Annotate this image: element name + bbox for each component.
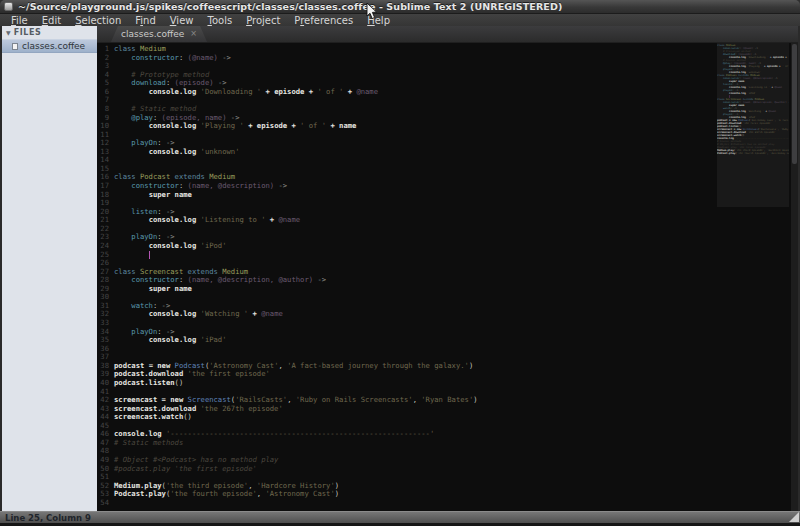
tab-classes-coffee[interactable]: classes.coffee × [111, 26, 207, 42]
code-line[interactable]: 44screencast.watch() [97, 413, 478, 422]
text-cursor [149, 251, 150, 259]
code-line[interactable]: 35 console.log 'iPad' [97, 336, 478, 345]
window-icon [4, 2, 13, 11]
tab-label: classes.coffee [121, 29, 184, 39]
sidebar-item-classes-coffee[interactable]: classes.coffee [2, 39, 97, 53]
menu-tools[interactable]: Tools [200, 15, 239, 26]
code-line[interactable]: 53Podcast.play('the fourth episode', 'As… [97, 490, 478, 499]
code-line[interactable]: 14 [97, 156, 478, 165]
tab-close-icon[interactable]: × [190, 30, 197, 38]
menu-project[interactable]: Project [239, 15, 287, 26]
sidebar-item-label: classes.coffee [22, 41, 85, 51]
code-line[interactable]: 36 [97, 345, 478, 354]
title-bar[interactable]: ~/Source/playground.js/spikes/coffeescri… [0, 0, 800, 14]
code-line[interactable]: 25 [97, 251, 478, 260]
code-editor[interactable]: 1class Medium2 constructor: (@name) ->34… [97, 43, 798, 511]
code-line[interactable]: 13 console.log 'unknown' [97, 148, 478, 157]
tab-bar: classes.coffee × [97, 26, 798, 43]
file-icon [12, 43, 18, 50]
code-line[interactable]: 21 console.log 'Listening to ' + @name [97, 216, 478, 225]
code-line[interactable]: 32 console.log 'Watching ' + @name [97, 310, 478, 319]
minimap[interactable]: class Medium constructor: (@name) -> # P… [717, 43, 789, 511]
cursor-position-status: Line 25, Column 9 [0, 513, 91, 523]
code-line[interactable]: 29 super name [97, 285, 478, 294]
vertical-scrollbar[interactable] [791, 43, 798, 511]
resize-grip[interactable] [789, 512, 799, 522]
sublime-text-window: ~/Source/playground.js/spikes/coffeescri… [0, 0, 800, 526]
main-area: ▼ FILES classes.coffee classes.coffee × … [0, 26, 800, 511]
editor-column: classes.coffee × 1class Medium2 construc… [97, 26, 798, 511]
code-line[interactable]: 18 super name [97, 191, 478, 200]
code-line[interactable]: 40podcast.listen() [97, 379, 478, 388]
sidebar: ▼ FILES classes.coffee [2, 26, 97, 511]
status-bar: Line 25, Column 9 [0, 511, 800, 523]
sidebar-files-header[interactable]: ▼ FILES [2, 26, 97, 39]
menu-bar: FileEditSelectionFindViewToolsProjectPre… [0, 14, 800, 26]
code-line[interactable]: 2 constructor: (@name) -> [97, 54, 478, 63]
code-line[interactable]: 47# Static methods [97, 439, 478, 448]
code-line[interactable]: 50#podcast.play 'the first episode' [97, 465, 478, 474]
code-line[interactable]: 54 [97, 499, 478, 508]
code-line[interactable]: 10 console.log 'Playing ' + episode + ' … [97, 122, 478, 131]
window-title: ~/Source/playground.js/spikes/coffeescri… [18, 1, 562, 12]
scrollbar-thumb[interactable] [792, 44, 797, 164]
code-line[interactable]: 24 console.log 'iPod' [97, 242, 478, 251]
menu-view[interactable]: View [163, 15, 201, 26]
menu-find[interactable]: Find [128, 15, 163, 26]
menu-preferences[interactable]: Preferences [287, 15, 360, 26]
menu-selection[interactable]: Selection [68, 15, 128, 26]
minimap-content: class Medium constructor: (@name) -> # P… [717, 44, 789, 155]
code-area[interactable]: 1class Medium2 constructor: (@name) ->34… [97, 45, 478, 507]
menu-edit[interactable]: Edit [35, 15, 68, 26]
collapse-triangle-icon: ▼ [6, 29, 11, 36]
mouse-cursor-icon [366, 3, 378, 20]
sidebar-files-label: FILES [14, 28, 42, 37]
code-line[interactable]: 6 console.log 'Downloading ' + episode +… [97, 88, 478, 97]
menu-file[interactable]: File [4, 15, 35, 26]
